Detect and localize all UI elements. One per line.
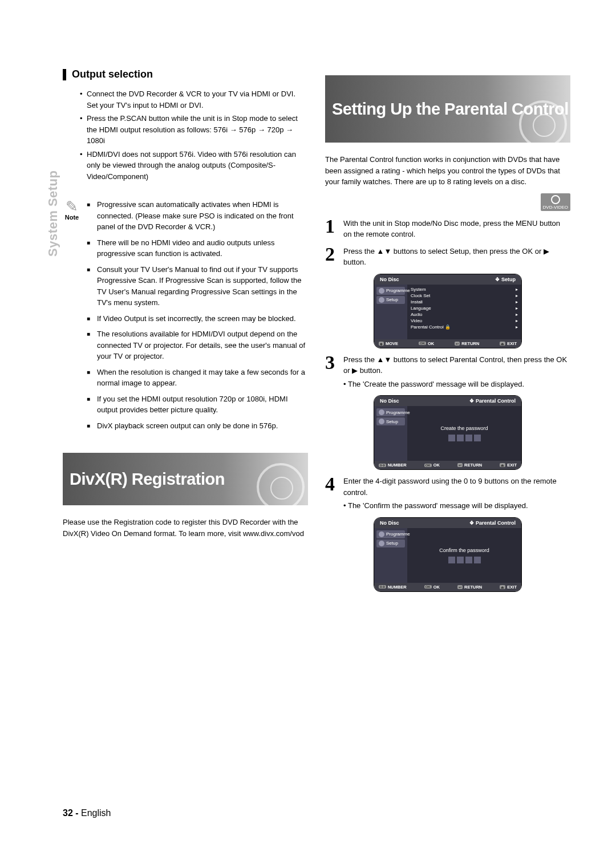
osd-title-right: ❖ Parental Control: [469, 398, 516, 404]
note-item: If Video Output is set incorrectly, the …: [87, 313, 308, 324]
note-icon: ✎: [63, 199, 81, 214]
osd-side-item: Programme: [376, 408, 405, 416]
step-number: 3: [325, 354, 339, 390]
note-item: Progressive scan automatically activates…: [87, 199, 308, 233]
osd-title-left: No Disc: [380, 398, 399, 404]
osd-title-right: ❖ Setup: [495, 277, 516, 282]
osd-title-left: No Disc: [380, 277, 399, 282]
output-selection-title: Output selection: [72, 68, 153, 80]
disc-icon: [257, 463, 305, 511]
note-item: There will be no HDMI video and audio ou…: [87, 237, 308, 259]
osd-side-item: Programme: [376, 287, 405, 295]
parental-banner: Setting Up the Parental Control: [325, 75, 570, 143]
osd-side-item: Setup: [376, 296, 405, 304]
bullet-item: Connect the DVD Recorder & VCR to your T…: [80, 88, 308, 111]
step-number: 2: [325, 246, 339, 268]
osd-side-item: Programme: [376, 530, 405, 538]
step-text: With the unit in Stop mode/No Disc mode,…: [343, 218, 570, 240]
dvd-video-badge: DVD-VIDEO: [325, 193, 570, 211]
side-tab-label: System Setup: [46, 171, 60, 257]
note-item: When the resolution is changed it may ta…: [87, 367, 308, 389]
osd-setup-menu: No Disc ❖ Setup Programme Setup System▸ …: [374, 274, 522, 348]
divx-banner: DivX(R) Registration: [63, 453, 308, 505]
osd-title-right: ❖ Parental Control: [469, 520, 516, 526]
step-1: 1 With the unit in Stop mode/No Disc mod…: [325, 218, 570, 240]
note-item: DivX playback screen output can only be …: [87, 420, 308, 432]
osd-title-left: No Disc: [380, 520, 399, 526]
note-label: Note: [63, 214, 81, 221]
note-item: Consult your TV User's Manual to find ou…: [87, 264, 308, 309]
password-boxes: [448, 557, 481, 563]
note-item: If you set the HDMI output resolution 72…: [87, 393, 308, 416]
osd-message: Confirm the password: [439, 547, 489, 553]
note-box: ✎ Note Progressive scan automatically ac…: [63, 199, 308, 436]
page-language: English: [81, 808, 111, 818]
osd-confirm-password: No Disc ❖ Parental Control Programme Set…: [374, 517, 522, 592]
left-column: Output selection Connect the DVD Recorde…: [63, 68, 308, 598]
password-boxes: [448, 435, 481, 441]
step-number: 1: [325, 218, 339, 240]
step-text: Press the ▲▼ buttons to select Parental …: [343, 354, 570, 376]
step-number: 4: [325, 476, 339, 512]
step-subtext: The 'Confirm the password' message will …: [343, 500, 570, 512]
page-footer: 32 - English: [63, 808, 111, 818]
osd-create-password: No Disc ❖ Parental Control Programme Set…: [374, 395, 522, 470]
step-subtext: The 'Create the password' message will b…: [343, 379, 570, 390]
section-heading: Output selection: [63, 68, 308, 80]
osd-side-item: Setup: [376, 417, 405, 425]
right-column: Setting Up the Parental Control The Pare…: [325, 68, 570, 598]
step-2: 2 Press the ▲▼ buttons to select Setup, …: [325, 246, 570, 268]
step-3: 3 Press the ▲▼ buttons to select Parenta…: [325, 354, 570, 390]
divx-paragraph: Please use the Registration code to regi…: [63, 517, 308, 539]
page-number: 32 -: [63, 808, 79, 818]
osd-message: Create the password: [440, 425, 488, 431]
note-item: The resolutions available for HDMI/DVI o…: [87, 328, 308, 362]
osd-side-item: Setup: [376, 539, 405, 547]
divx-banner-title: DivX(R) Registration: [70, 470, 225, 488]
parental-intro: The Parental Control function works in c…: [325, 154, 570, 188]
output-bullets: Connect the DVD Recorder & VCR to your T…: [80, 88, 308, 182]
bullet-item: Press the P.SCAN button while the unit i…: [80, 113, 308, 147]
step-text: Enter the 4-digit password using the 0 t…: [343, 476, 570, 498]
step-4: 4 Enter the 4-digit password using the 0…: [325, 476, 570, 512]
section-bar-icon: [63, 69, 66, 80]
bullet-item: HDMI/DVI does not support 576i. Video wi…: [80, 149, 308, 182]
disc-icon: [519, 100, 567, 148]
step-text: Press the ▲▼ buttons to select Setup, th…: [343, 246, 570, 268]
